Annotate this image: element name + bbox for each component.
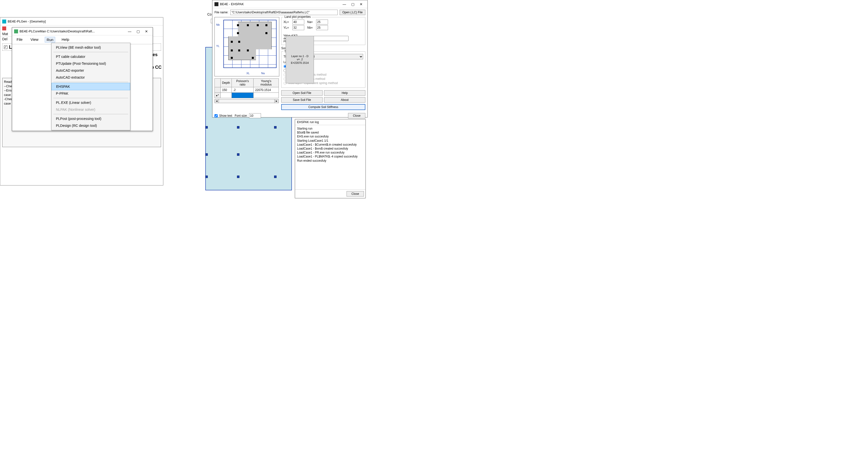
na-input[interactable]	[316, 20, 328, 25]
scroll-left-icon[interactable]: ◄	[214, 99, 219, 103]
menu-plpost[interactable]: PLPost (post-processing tool)	[52, 115, 130, 122]
menu-pldesign[interactable]: PLDesign (RC design tool)	[52, 122, 130, 129]
ehspak-app-icon	[214, 2, 218, 6]
about-button[interactable]: About	[324, 97, 365, 103]
compute-button[interactable]: Compute Soil Stiffness	[281, 104, 365, 110]
open-soil-button[interactable]: Open Soil File	[281, 90, 322, 96]
cell-poisson[interactable]: .2	[231, 87, 253, 93]
menu-acad-exporter[interactable]: AutoCAD exporter	[52, 67, 130, 74]
plcoreman-titlebar[interactable]: BE4E-PLCoreMan C:\Users\taiko\Desktop\ra…	[12, 28, 153, 35]
ehspak-title: BE4E - EHSPAK	[220, 2, 244, 6]
menu-ptupdate[interactable]: PTUpdate (Post-Tensioning tool)	[52, 60, 130, 67]
ehspak-close-button[interactable]: ✕	[357, 1, 365, 7]
plgen-titlebar[interactable]: BE4E-PLGen - [Geometry]	[0, 18, 163, 26]
close-button[interactable]: ✕	[142, 28, 151, 34]
help-button[interactable]: Help	[324, 90, 365, 96]
xl-input[interactable]	[292, 20, 304, 25]
yl-label: YL=	[283, 26, 291, 29]
bg-text-co: Co	[207, 12, 212, 16]
ehspak-titlebar[interactable]: BE4E - EHSPAK — ▢ ✕	[213, 0, 367, 8]
plcoreman-title: BE4E-PLCoreMan C:\Users\taiko\Desktop\ra…	[20, 29, 95, 33]
menu-ptcalc[interactable]: PT cable calculator	[52, 53, 130, 60]
xl-label: XL=	[283, 20, 291, 24]
toolbar-mat[interactable]: Mat	[2, 32, 8, 36]
show-text-checkbox[interactable]: Show text	[214, 114, 232, 118]
menu-acad-extractor[interactable]: AutoCAD extractor	[52, 74, 130, 81]
table-row[interactable]: 150 .2 22070.1514	[215, 87, 279, 93]
runlog-window: EHSPAK run log Starting run $Soil$ file …	[295, 119, 366, 198]
runlog-text: Starting run $Soil$ file saved EHS.exe r…	[297, 127, 363, 163]
plgen-toolbar-icon[interactable]	[2, 27, 6, 30]
col-depth: Depth	[220, 79, 231, 87]
minimize-button[interactable]: —	[125, 28, 134, 34]
plcoreman-app-icon	[14, 29, 18, 33]
fontsize-input[interactable]	[249, 113, 261, 118]
table-scrollbar[interactable]: ◄ ►	[214, 99, 279, 103]
axis-yl: YL	[216, 44, 219, 47]
run-menu-dropdown: PLView (BE mesh editor tool) PT cable ca…	[51, 43, 130, 130]
ehspak-close-dialog-button[interactable]: Close	[348, 113, 365, 119]
soil-table[interactable]: Depth Poisson's ratio Young's modulus 15…	[214, 78, 279, 98]
axis-na: Na	[261, 72, 265, 75]
toolbar-del[interactable]: Del	[2, 37, 7, 41]
menu-help[interactable]: Help	[60, 37, 71, 42]
save-soil-button[interactable]: Save Soil File	[281, 97, 322, 103]
cell-young[interactable]: 22070.1514	[253, 87, 279, 93]
runlog-close-button[interactable]: Close	[346, 191, 364, 197]
maximize-button[interactable]: ▢	[134, 28, 142, 34]
scroll-right-icon[interactable]: ►	[274, 99, 279, 103]
axis-nb: Nb	[216, 23, 220, 26]
ehspak-window: BE4E - EHSPAK — ▢ ✕ File name: Open (.LC…	[212, 0, 368, 118]
plgen-title: BE4E-PLGen - [Geometry]	[8, 20, 46, 23]
cell-depth[interactable]: 150	[220, 87, 231, 93]
runlog-body: Starting run $Soil$ file saved EHS.exe r…	[295, 125, 365, 190]
menu-plexe[interactable]: PL.EXE (Linear solver)	[52, 99, 130, 106]
yl-input[interactable]	[292, 25, 304, 30]
col-young: Young's modulus	[253, 79, 279, 87]
ehspak-maximize-button[interactable]: ▢	[348, 1, 357, 7]
menu-ehspak[interactable]: EHSPAK	[52, 83, 130, 90]
table-row[interactable]: ▸*	[215, 93, 279, 98]
menu-file[interactable]: File	[15, 37, 24, 42]
menu-run[interactable]: Run	[45, 37, 55, 42]
loadcase-checkbox[interactable]	[4, 45, 7, 49]
na-label: Na=	[307, 20, 315, 24]
nb-input[interactable]	[316, 25, 328, 30]
ehspak-minimize-button[interactable]: —	[340, 1, 348, 7]
menu-plview[interactable]: PLView (BE mesh editor tool)	[52, 44, 130, 51]
menu-view[interactable]: View	[29, 37, 40, 42]
axis-xl: XL	[246, 72, 250, 75]
plcoreman-window: BE4E-PLCoreMan C:\Users\taiko\Desktop\ra…	[12, 27, 153, 131]
filename-input[interactable]	[230, 10, 338, 15]
menu-nlpak: NLPAK (Nonlinear solver)	[52, 106, 130, 113]
filename-label: File name:	[214, 11, 228, 14]
menu-pppak[interactable]: P-PPAK	[52, 90, 130, 97]
plgen-app-icon	[2, 20, 6, 24]
nb-label: Nb=	[307, 26, 315, 29]
plot-preview: Nb YL XL Na	[214, 17, 279, 76]
soil-profile-preview: Layer no.1 - D v= .2 E=22070.1514	[286, 36, 314, 83]
col-poisson: Poisson's ratio	[231, 79, 253, 87]
soil-profile-text: Layer no.1 - D v= .2 E=22070.1514	[291, 55, 309, 65]
open-lc-button[interactable]: Open (.LC) File	[340, 10, 365, 15]
fontsize-label: Font size:	[235, 114, 248, 118]
landplot-title: Land plot properties	[283, 15, 312, 19]
